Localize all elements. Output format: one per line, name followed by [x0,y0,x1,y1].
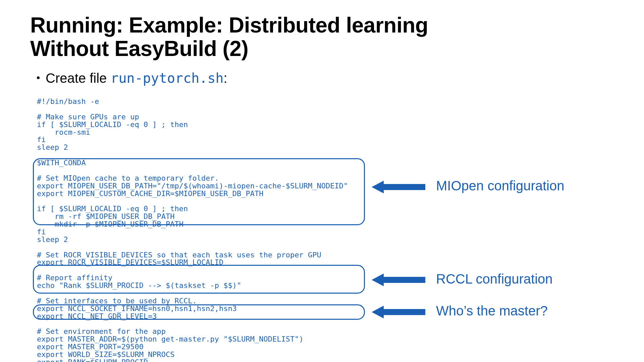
bullet-prefix: Create file [46,71,110,85]
code-block: #!/bin/bash -e # Make sure GPUs are up i… [37,98,348,362]
title-line-1: Running: Example: Distributed learning [30,13,428,37]
annotation-miopen: MIOpen configuration [436,178,564,193]
annotation-rccl: RCCL configuration [436,272,553,287]
annotation-master: Who’s the master? [436,303,548,318]
script-filename: run-pytorch.sh [110,70,223,86]
bullet-line: Create file run-pytorch.sh: [37,70,227,86]
slide-title: Running: Example: Distributed learning W… [30,13,614,61]
slide: Running: Example: Distributed learning W… [0,0,644,362]
bullet-dot-icon [37,76,40,79]
bullet-suffix: : [224,71,227,85]
title-line-2: Without EasyBuild (2) [30,37,248,61]
